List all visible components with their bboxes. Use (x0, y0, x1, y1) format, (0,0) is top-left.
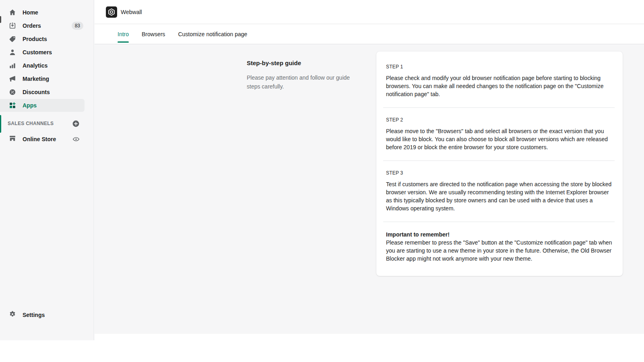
products-icon (9, 35, 16, 43)
preview-store-button[interactable] (72, 136, 80, 143)
step-3-text: Test if customers are directed to the no… (386, 180, 613, 212)
sidebar-item-home[interactable]: Home (0, 6, 85, 19)
sidebar-item-label: Settings (23, 312, 45, 318)
guide-subtitle: Please pay attention and follow our guid… (247, 73, 354, 91)
sidebar-item-apps[interactable]: Apps (0, 99, 85, 112)
sales-channels-title: SALES CHANNELS (8, 121, 54, 126)
sidebar-item-customers[interactable]: Customers (0, 46, 85, 59)
sidebar-item-orders[interactable]: Orders 83 (0, 19, 85, 32)
step-1-text: Please check and modify your old browser… (386, 74, 613, 98)
sidebar-item-label: Customers (23, 49, 52, 56)
sidebar-item-online-store[interactable]: Online Store (0, 133, 85, 146)
customers-icon (9, 49, 16, 56)
step-1-label: STEP 1 (386, 64, 613, 70)
analytics-icon (9, 62, 16, 69)
step-3-section: STEP 3 Test if customers are directed to… (376, 161, 623, 222)
step-1-section: STEP 1 Please check and modify your old … (376, 55, 623, 107)
gear-icon (9, 311, 16, 319)
guide-title: Step-by-step guide (247, 60, 354, 66)
sidebar-item-label: Home (23, 9, 38, 16)
step-2-text: Please move to the "Browsers" tab and se… (386, 127, 613, 151)
tab-customize-notification-page[interactable]: Customize notification page (171, 25, 254, 44)
plus-circle-icon (72, 120, 80, 128)
main-nav: Home Orders 83 Products Customers (0, 6, 94, 112)
step-2-section: STEP 2 Please move to the "Browsers" tab… (376, 108, 623, 160)
marketing-icon (9, 75, 16, 82)
sidebar-item-marketing[interactable]: Marketing (0, 72, 85, 85)
steps-card: STEP 1 Please check and modify your old … (376, 51, 623, 276)
apps-icon (9, 102, 16, 109)
sidebar-item-products[interactable]: Products (0, 33, 85, 45)
sidebar-item-discounts[interactable]: Discounts (0, 86, 85, 99)
app-title: Webwall (121, 9, 142, 15)
tab-bar: Intro Browsers Customize notification pa… (95, 25, 644, 44)
sidebar-item-settings[interactable]: Settings (0, 309, 85, 321)
sidebar-item-label: Products (23, 36, 47, 42)
discounts-icon (9, 88, 16, 96)
sidebar-item-label: Orders (23, 23, 41, 29)
home-icon (9, 9, 16, 16)
storefront-icon (9, 135, 16, 144)
tab-intro[interactable]: Intro (111, 25, 135, 44)
sidebar-item-label: Online Store (23, 136, 56, 142)
add-sales-channel-button[interactable] (72, 120, 80, 128)
sales-channels-header: SALES CHANNELS (0, 119, 85, 128)
orders-count-badge: 83 (72, 22, 83, 30)
webwall-logo-icon (106, 6, 117, 18)
sidebar-item-label: Marketing (23, 76, 49, 82)
sidebar-item-label: Apps (23, 102, 37, 109)
eye-icon (72, 136, 80, 143)
sidebar-item-analytics[interactable]: Analytics (0, 59, 85, 72)
sidebar-item-label: Analytics (23, 62, 47, 69)
tab-browsers[interactable]: Browsers (135, 25, 171, 44)
important-title: Important to remember! (386, 231, 613, 238)
sidebar: Home Orders 83 Products Customers (0, 0, 94, 340)
step-3-label: STEP 3 (386, 170, 613, 176)
important-section: Important to remember! Please remember t… (376, 222, 623, 272)
orders-icon (9, 22, 16, 29)
content-area: Step-by-step guide Please pay attention … (95, 44, 644, 334)
step-2-label: STEP 2 (386, 117, 613, 123)
sidebar-item-label: Discounts (23, 89, 50, 95)
app-header: Webwall (95, 0, 644, 24)
guide-description: Step-by-step guide Please pay attention … (247, 60, 354, 91)
important-text: Please remember to press the "Save" butt… (386, 239, 613, 263)
